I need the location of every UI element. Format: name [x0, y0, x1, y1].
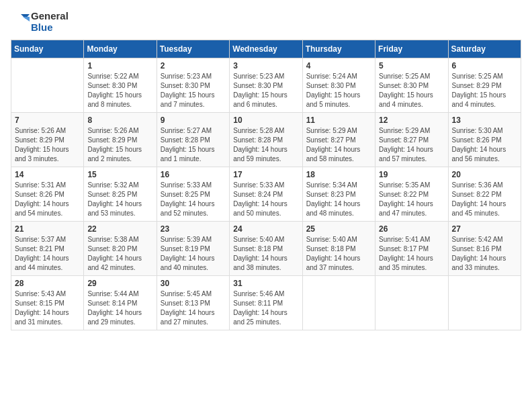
day-info: Sunrise: 5:31 AM Sunset: 8:26 PM Dayligh…	[15, 181, 80, 218]
calendar-cell: 24Sunrise: 5:40 AM Sunset: 8:18 PM Dayli…	[230, 222, 302, 276]
day-number: 14	[15, 170, 80, 179]
calendar-cell: 22Sunrise: 5:38 AM Sunset: 8:20 PM Dayli…	[84, 222, 157, 276]
calendar-cell: 15Sunrise: 5:32 AM Sunset: 8:25 PM Dayli…	[84, 167, 157, 222]
calendar-week-row: 21Sunrise: 5:37 AM Sunset: 8:21 PM Dayli…	[11, 222, 521, 276]
header-day-tuesday: Tuesday	[157, 40, 229, 58]
day-info: Sunrise: 5:42 AM Sunset: 8:16 PM Dayligh…	[452, 235, 517, 273]
calendar-cell: 17Sunrise: 5:33 AM Sunset: 8:24 PM Dayli…	[230, 167, 302, 222]
day-info: Sunrise: 5:24 AM Sunset: 8:30 PM Dayligh…	[306, 72, 371, 109]
day-info: Sunrise: 5:36 AM Sunset: 8:22 PM Dayligh…	[452, 181, 517, 218]
calendar-cell: 21Sunrise: 5:37 AM Sunset: 8:21 PM Dayli…	[11, 222, 84, 276]
day-number: 5	[379, 61, 444, 71]
calendar-cell: 10Sunrise: 5:28 AM Sunset: 8:28 PM Dayli…	[230, 113, 302, 167]
day-number: 26	[379, 224, 444, 234]
day-number: 20	[452, 170, 517, 179]
calendar-week-row: 14Sunrise: 5:31 AM Sunset: 8:26 PM Dayli…	[11, 167, 521, 222]
day-number: 25	[306, 224, 371, 234]
calendar-week-row: 7Sunrise: 5:26 AM Sunset: 8:29 PM Daylig…	[11, 113, 521, 167]
logo-bird-icon	[11, 12, 31, 32]
calendar-cell: 4Sunrise: 5:24 AM Sunset: 8:30 PM Daylig…	[302, 58, 375, 113]
calendar-cell	[11, 58, 84, 113]
calendar-table: SundayMondayTuesdayWednesdayThursdayFrid…	[11, 40, 521, 330]
logo: GeneralBlue	[11, 11, 69, 33]
day-number: 17	[233, 170, 298, 179]
logo-blue-label: Blue	[31, 22, 69, 34]
calendar-cell: 19Sunrise: 5:35 AM Sunset: 8:22 PM Dayli…	[375, 167, 448, 222]
day-number: 15	[87, 170, 152, 179]
day-info: Sunrise: 5:43 AM Sunset: 8:15 PM Dayligh…	[15, 289, 80, 327]
svg-marker-1	[23, 17, 30, 21]
header-day-thursday: Thursday	[302, 40, 375, 58]
header-day-monday: Monday	[84, 40, 157, 58]
day-number: 3	[233, 61, 298, 71]
calendar-cell: 26Sunrise: 5:41 AM Sunset: 8:17 PM Dayli…	[375, 222, 448, 276]
day-info: Sunrise: 5:30 AM Sunset: 8:26 PM Dayligh…	[452, 126, 517, 164]
calendar-cell: 14Sunrise: 5:31 AM Sunset: 8:26 PM Dayli…	[11, 167, 84, 222]
calendar-cell: 16Sunrise: 5:33 AM Sunset: 8:25 PM Dayli…	[157, 167, 229, 222]
day-number: 2	[161, 61, 226, 71]
calendar-cell: 2Sunrise: 5:23 AM Sunset: 8:30 PM Daylig…	[157, 58, 229, 113]
day-info: Sunrise: 5:34 AM Sunset: 8:23 PM Dayligh…	[306, 181, 371, 218]
logo-general-label: General	[31, 11, 69, 22]
calendar-cell: 3Sunrise: 5:23 AM Sunset: 8:30 PM Daylig…	[230, 58, 302, 113]
day-info: Sunrise: 5:41 AM Sunset: 8:17 PM Dayligh…	[379, 235, 444, 273]
day-info: Sunrise: 5:46 AM Sunset: 8:11 PM Dayligh…	[233, 289, 298, 327]
day-info: Sunrise: 5:25 AM Sunset: 8:30 PM Dayligh…	[379, 72, 444, 109]
day-number: 7	[15, 116, 80, 125]
day-info: Sunrise: 5:33 AM Sunset: 8:24 PM Dayligh…	[233, 181, 298, 218]
calendar-cell: 25Sunrise: 5:40 AM Sunset: 8:18 PM Dayli…	[302, 222, 375, 276]
day-number: 4	[306, 61, 371, 71]
day-info: Sunrise: 5:40 AM Sunset: 8:18 PM Dayligh…	[306, 235, 371, 273]
calendar-week-row: 1Sunrise: 5:22 AM Sunset: 8:30 PM Daylig…	[11, 58, 521, 113]
calendar-cell: 31Sunrise: 5:46 AM Sunset: 8:11 PM Dayli…	[230, 276, 302, 330]
day-number: 23	[161, 224, 226, 234]
calendar-cell: 1Sunrise: 5:22 AM Sunset: 8:30 PM Daylig…	[84, 58, 157, 113]
day-info: Sunrise: 5:45 AM Sunset: 8:13 PM Dayligh…	[161, 289, 226, 327]
day-info: Sunrise: 5:40 AM Sunset: 8:18 PM Dayligh…	[233, 235, 298, 273]
logo-container: GeneralBlue	[11, 11, 69, 33]
day-number: 31	[233, 279, 298, 288]
day-number: 19	[379, 170, 444, 179]
day-number: 11	[306, 116, 371, 125]
day-info: Sunrise: 5:33 AM Sunset: 8:25 PM Dayligh…	[161, 181, 226, 218]
day-info: Sunrise: 5:26 AM Sunset: 8:29 PM Dayligh…	[15, 126, 80, 164]
calendar-cell: 27Sunrise: 5:42 AM Sunset: 8:16 PM Dayli…	[448, 222, 521, 276]
logo-text-block: GeneralBlue	[31, 11, 69, 33]
calendar-cell: 29Sunrise: 5:44 AM Sunset: 8:14 PM Dayli…	[84, 276, 157, 330]
calendar-cell	[448, 276, 521, 330]
calendar-cell: 9Sunrise: 5:27 AM Sunset: 8:28 PM Daylig…	[157, 113, 229, 167]
day-info: Sunrise: 5:44 AM Sunset: 8:14 PM Dayligh…	[87, 289, 152, 327]
day-number: 28	[15, 279, 80, 288]
calendar-cell: 28Sunrise: 5:43 AM Sunset: 8:15 PM Dayli…	[11, 276, 84, 330]
day-number: 13	[452, 116, 517, 125]
calendar-body: 1Sunrise: 5:22 AM Sunset: 8:30 PM Daylig…	[11, 58, 521, 330]
day-info: Sunrise: 5:35 AM Sunset: 8:22 PM Dayligh…	[379, 181, 444, 218]
header-day-wednesday: Wednesday	[230, 40, 302, 58]
day-number: 6	[452, 61, 517, 71]
calendar-cell: 20Sunrise: 5:36 AM Sunset: 8:22 PM Dayli…	[448, 167, 521, 222]
calendar-cell: 5Sunrise: 5:25 AM Sunset: 8:30 PM Daylig…	[375, 58, 448, 113]
day-number: 22	[87, 224, 152, 234]
day-number: 10	[233, 116, 298, 125]
day-info: Sunrise: 5:29 AM Sunset: 8:27 PM Dayligh…	[379, 126, 444, 164]
day-info: Sunrise: 5:22 AM Sunset: 8:30 PM Dayligh…	[87, 72, 152, 109]
day-info: Sunrise: 5:29 AM Sunset: 8:27 PM Dayligh…	[306, 126, 371, 164]
day-number: 8	[87, 116, 152, 125]
day-number: 16	[161, 170, 226, 179]
day-info: Sunrise: 5:32 AM Sunset: 8:25 PM Dayligh…	[87, 181, 152, 218]
calendar-cell: 23Sunrise: 5:39 AM Sunset: 8:19 PM Dayli…	[157, 222, 229, 276]
day-info: Sunrise: 5:27 AM Sunset: 8:28 PM Dayligh…	[161, 126, 226, 164]
calendar-cell: 13Sunrise: 5:30 AM Sunset: 8:26 PM Dayli…	[448, 113, 521, 167]
day-number: 30	[161, 279, 226, 288]
calendar-cell	[302, 276, 375, 330]
day-number: 24	[233, 224, 298, 234]
calendar-week-row: 28Sunrise: 5:43 AM Sunset: 8:15 PM Dayli…	[11, 276, 521, 330]
day-info: Sunrise: 5:23 AM Sunset: 8:30 PM Dayligh…	[233, 72, 298, 109]
day-info: Sunrise: 5:38 AM Sunset: 8:20 PM Dayligh…	[87, 235, 152, 273]
calendar-cell: 12Sunrise: 5:29 AM Sunset: 8:27 PM Dayli…	[375, 113, 448, 167]
calendar-cell: 11Sunrise: 5:29 AM Sunset: 8:27 PM Dayli…	[302, 113, 375, 167]
calendar-cell: 8Sunrise: 5:26 AM Sunset: 8:29 PM Daylig…	[84, 113, 157, 167]
day-number: 29	[87, 279, 152, 288]
day-info: Sunrise: 5:28 AM Sunset: 8:28 PM Dayligh…	[233, 126, 298, 164]
calendar-cell	[375, 276, 448, 330]
